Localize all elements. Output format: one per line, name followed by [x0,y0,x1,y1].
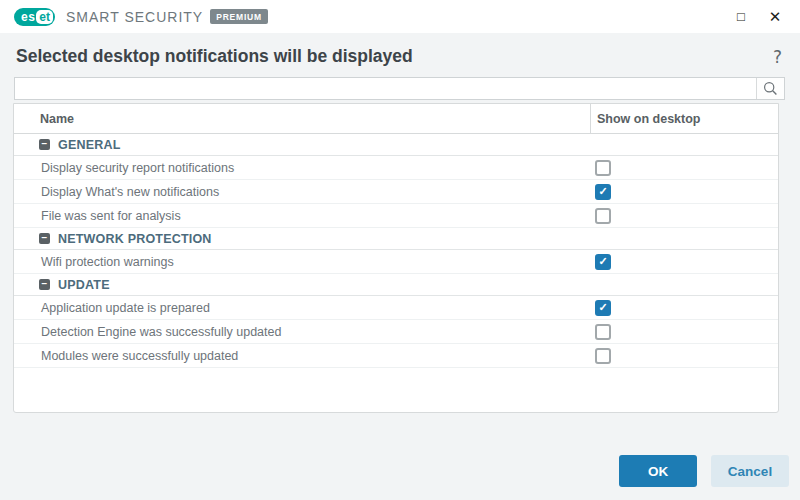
maximize-button[interactable]: □ [724,3,758,31]
group-header-update[interactable]: −UPDATE [14,274,778,296]
row-name: Detection Engine was successfully update… [41,325,595,339]
premium-badge: PREMIUM [210,9,268,24]
group-header-network-protection[interactable]: −NETWORK PROTECTION [14,228,778,250]
table-row: Modules were successfully updated [14,344,778,368]
row-name: Application update is prepared [41,301,595,315]
show-on-desktop-checkbox[interactable]: ✓ [595,254,611,270]
group-label: NETWORK PROTECTION [58,232,212,246]
collapse-icon[interactable]: − [39,139,50,150]
table-row: Application update is prepared✓ [14,296,778,320]
search-icon[interactable] [756,78,784,99]
close-button[interactable]: ✕ [758,3,792,31]
search-box[interactable] [14,77,785,100]
show-on-desktop-checkbox[interactable]: ✓ [595,184,611,200]
row-name: Display security report notifications [41,161,595,175]
table-header: Name Show on desktop [14,104,778,134]
group-label: GENERAL [58,138,121,152]
row-name: Modules were successfully updated [41,349,595,363]
product-name: SMART SECURITY [66,9,203,25]
search-input[interactable] [15,78,756,99]
title-bar: es et SMART SECURITY PREMIUM □ ✕ [0,0,800,33]
table-body: −GENERALDisplay security report notifica… [14,134,778,368]
table-row: Detection Engine was successfully update… [14,320,778,344]
eset-logo-text: et [36,10,53,24]
cancel-button[interactable]: Cancel [711,455,789,487]
table-row: File was sent for analysis [14,204,778,228]
help-icon[interactable]: ? [773,47,782,67]
show-on-desktop-checkbox[interactable] [595,348,611,364]
magnifier-icon [763,81,778,96]
row-name: Wifi protection warnings [41,255,595,269]
eset-logo: es et [14,8,55,26]
column-header-show-on-desktop: Show on desktop [590,104,778,133]
row-name: Display What's new notifications [41,185,595,199]
collapse-icon[interactable]: − [39,279,50,290]
collapse-icon[interactable]: − [39,233,50,244]
eset-logo-text: es [21,8,35,26]
show-on-desktop-checkbox[interactable] [595,208,611,224]
group-label: UPDATE [58,278,110,292]
table-row: Display What's new notifications✓ [14,180,778,204]
dialog-buttons: OK Cancel [619,455,789,487]
show-on-desktop-checkbox[interactable] [595,160,611,176]
row-name: File was sent for analysis [41,209,595,223]
table-row: Wifi protection warnings✓ [14,250,778,274]
page-title: Selected desktop notifications will be d… [16,46,773,67]
notifications-table: Name Show on desktop −GENERALDisplay sec… [13,103,779,413]
column-header-name: Name [14,104,590,133]
show-on-desktop-checkbox[interactable]: ✓ [595,300,611,316]
group-header-general[interactable]: −GENERAL [14,134,778,156]
table-row: Display security report notifications [14,156,778,180]
ok-button[interactable]: OK [619,455,697,487]
show-on-desktop-checkbox[interactable] [595,324,611,340]
